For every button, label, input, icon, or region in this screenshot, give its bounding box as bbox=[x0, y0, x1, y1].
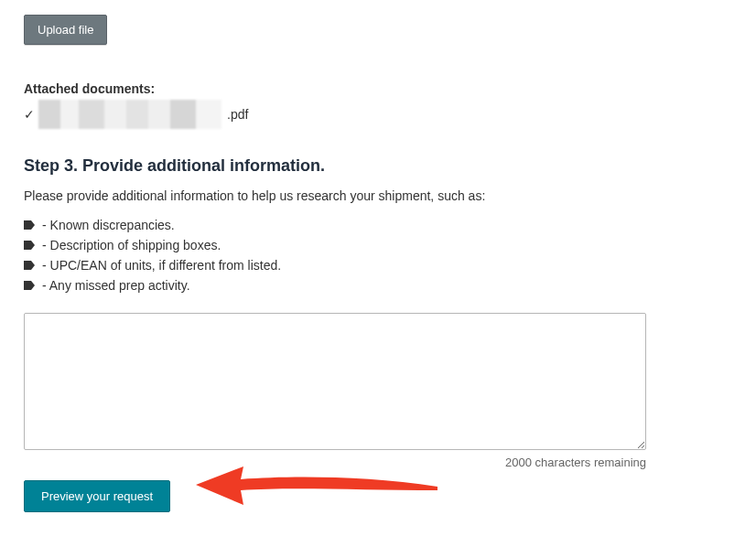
tag-icon bbox=[24, 241, 35, 250]
attached-file-extension: .pdf bbox=[227, 107, 248, 122]
list-item: - UPC/EAN of units, if different from li… bbox=[24, 258, 732, 273]
list-item: - Known discrepancies. bbox=[24, 218, 732, 232]
attached-documents-heading: Attached documents: bbox=[24, 81, 732, 96]
attached-document-row: ✓ .pdf bbox=[24, 100, 732, 129]
attached-filename-obscured bbox=[38, 100, 221, 129]
bullet-text: - Known discrepancies. bbox=[42, 218, 175, 232]
upload-file-button[interactable]: Upload file bbox=[24, 15, 107, 45]
step-3-bullet-list: - Known discrepancies. - Description of … bbox=[24, 218, 732, 293]
tag-icon bbox=[24, 220, 35, 230]
bullet-text: - Description of shipping boxes. bbox=[42, 238, 221, 252]
additional-information-textarea[interactable] bbox=[24, 313, 646, 450]
step-3-description: Please provide additional information to… bbox=[24, 188, 732, 203]
list-item: - Any missed prep activity. bbox=[24, 278, 732, 293]
check-icon: ✓ bbox=[24, 107, 35, 122]
tag-icon bbox=[24, 261, 35, 270]
characters-remaining-label: 2000 characters remaining bbox=[24, 456, 646, 469]
tag-icon bbox=[24, 281, 35, 290]
list-item: - Description of shipping boxes. bbox=[24, 238, 732, 252]
step-3-title: Step 3. Provide additional information. bbox=[24, 156, 732, 176]
bullet-text: - UPC/EAN of units, if different from li… bbox=[42, 258, 281, 273]
bullet-text: - Any missed prep activity. bbox=[42, 278, 190, 293]
preview-your-request-button[interactable]: Preview your request bbox=[24, 480, 170, 512]
